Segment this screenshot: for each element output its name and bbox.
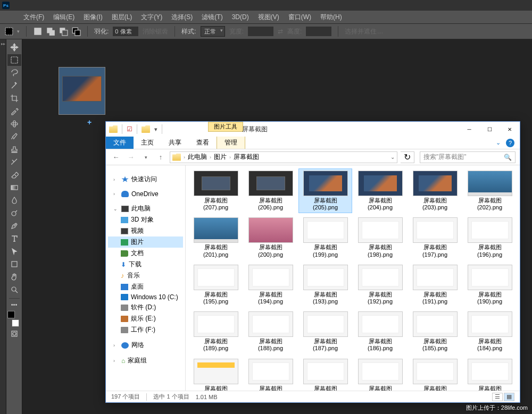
crumb-screenshots[interactable]: 屏幕截图 (234, 153, 259, 162)
lasso-tool[interactable] (7, 67, 21, 79)
file-item[interactable]: 屏幕截图 (193).png (298, 263, 352, 307)
address-dropdown-icon[interactable]: ⌄ (390, 154, 395, 160)
tree-onedrive[interactable]: ›OneDrive (108, 189, 183, 199)
ps-document-thumbnail[interactable] (59, 67, 105, 115)
menu-item[interactable]: 文字(Y) (137, 12, 167, 23)
file-item[interactable]: 屏幕截图 (189).png (189, 309, 243, 354)
tree-pictures[interactable]: 图片 (108, 236, 183, 248)
tree-documents[interactable]: 文档 (108, 248, 183, 259)
marquee-tool-icon[interactable] (4, 27, 14, 36)
selection-add-icon[interactable] (46, 27, 55, 36)
ribbon-manage-tab[interactable]: 管理 (217, 137, 245, 149)
gradient-tool[interactable] (7, 182, 21, 193)
ribbon-home-tab[interactable]: 主页 (134, 137, 161, 149)
path-select-tool[interactable] (7, 246, 21, 257)
file-item[interactable]: 屏幕截图 (179).png (408, 357, 462, 391)
heal-tool[interactable] (7, 118, 21, 130)
file-item[interactable]: 屏幕截图 (206).png (244, 168, 297, 213)
tree-3d[interactable]: 3D 对象 (108, 214, 183, 225)
file-item[interactable]: 屏幕截图 (182).png (244, 357, 297, 391)
file-item[interactable]: 屏幕截图 (191).png (408, 263, 462, 307)
selection-intersect-icon[interactable] (71, 27, 81, 36)
file-item[interactable]: 屏幕截图 (184).png (463, 309, 517, 354)
ps-panel-collapse[interactable]: ▸▸ (0, 39, 6, 414)
eraser-tool[interactable] (7, 169, 21, 181)
tree-drive-e[interactable]: 娱乐 (E:) (108, 313, 183, 324)
file-item[interactable]: 屏幕截图 (200).png (244, 215, 297, 260)
ribbon-share-tab[interactable]: 共享 (161, 137, 189, 149)
menu-item[interactable]: 3D(D) (228, 12, 253, 22)
menu-item[interactable]: 选择(S) (167, 12, 197, 23)
stamp-tool[interactable] (7, 143, 21, 155)
fg-color-icon[interactable] (7, 311, 15, 318)
folder-icon[interactable] (142, 125, 150, 133)
file-grid[interactable]: 屏幕截图 (207).png屏幕截图 (206).png屏幕截图 (205).p… (186, 165, 520, 391)
file-item[interactable]: 屏幕截图 (190).png (463, 263, 517, 307)
tree-videos[interactable]: 视频 (108, 225, 183, 236)
file-item[interactable]: 屏幕截图 (205).png (298, 168, 352, 213)
file-item[interactable]: 屏幕截图 (194).png (244, 263, 297, 307)
pen-tool[interactable] (7, 220, 21, 232)
tree-quick-access[interactable]: ›快速访问 (108, 174, 183, 185)
more-tools-icon[interactable]: ••• (11, 301, 18, 308)
history-dropdown[interactable]: ▾ (140, 151, 152, 163)
ribbon-file-tab[interactable]: 文件 (106, 137, 134, 149)
tree-downloads[interactable]: ⬇下载 (108, 259, 183, 270)
file-item[interactable]: 屏幕截图 (207).png (189, 168, 243, 213)
maximize-button[interactable]: ☐ (479, 122, 500, 137)
wand-tool[interactable] (7, 80, 21, 91)
menu-item[interactable]: 图像(I) (79, 12, 106, 23)
file-item[interactable]: 屏幕截图 (186).png (353, 309, 407, 354)
brush-tool[interactable] (7, 131, 21, 142)
marquee-tool[interactable] (7, 54, 21, 66)
tree-homegroup[interactable]: ›⌂家庭组 (108, 355, 183, 366)
file-item[interactable]: 屏幕截图 (202).png (463, 168, 517, 213)
menu-item[interactable]: 编辑(E) (49, 12, 79, 23)
shape-tool[interactable] (7, 258, 21, 270)
file-item[interactable]: 屏幕截图 (197).png (408, 215, 462, 260)
file-item[interactable]: 屏幕截图 (204).png (353, 168, 407, 213)
feather-input[interactable] (113, 27, 138, 36)
file-item[interactable]: 屏幕截图 (187).png (298, 309, 352, 354)
menu-item[interactable]: 视图(V) (254, 12, 284, 23)
file-item[interactable]: 屏幕截图 (195).png (189, 263, 243, 307)
selection-new-icon[interactable] (33, 27, 43, 36)
tree-drive-f[interactable]: 工作 (F:) (108, 324, 183, 335)
file-item[interactable]: 屏幕截图 (196).png (463, 215, 517, 260)
menu-item[interactable]: 图层(L) (107, 12, 137, 23)
crumb-pictures[interactable]: 图片 (214, 153, 227, 162)
tree-pc[interactable]: ⌄此电脑 (108, 203, 183, 214)
file-item[interactable]: 屏幕截图 (192).png (353, 263, 407, 307)
file-item[interactable]: 屏幕截图 (181).png (298, 357, 352, 391)
close-button[interactable]: ✕ (500, 122, 520, 137)
file-item[interactable]: 屏幕截图 (203).png (408, 168, 462, 213)
crumb-pc[interactable]: 此电脑 (188, 153, 207, 162)
menu-item[interactable]: 文件(F) (19, 12, 48, 23)
menu-item[interactable]: 窗口(W) (284, 12, 315, 23)
crop-tool[interactable] (7, 92, 21, 104)
hand-tool[interactable] (7, 271, 21, 283)
file-item[interactable]: 屏幕截图 (183).png (189, 357, 243, 391)
picture-tools-tab[interactable]: 图片工具 (208, 122, 243, 132)
file-item[interactable]: 屏幕截图 (198).png (353, 215, 407, 260)
file-item[interactable]: 屏幕截图 (188).png (244, 309, 297, 354)
blur-tool[interactable] (7, 195, 21, 206)
file-item[interactable]: 屏幕截图 (180).png (353, 357, 407, 391)
tree-network[interactable]: ›网络 (108, 340, 183, 351)
qat-checkbox-icon[interactable]: ☑ (127, 125, 132, 133)
search-icon[interactable]: 🔍 (504, 154, 512, 161)
back-button[interactable]: ← (110, 151, 122, 163)
ribbon-view-tab[interactable]: 查看 (189, 137, 217, 149)
type-tool[interactable] (7, 233, 21, 244)
chevron-down-icon[interactable]: ▾ (17, 29, 20, 34)
menu-item[interactable]: 帮助(H) (316, 12, 346, 23)
dodge-tool[interactable] (7, 207, 21, 219)
expand-ribbon-icon[interactable]: ⌄ (496, 139, 501, 146)
thumb-view-button[interactable]: ▦ (504, 393, 514, 401)
tree-desktop[interactable]: 桌面 (108, 281, 183, 292)
refresh-button[interactable]: ↻ (401, 151, 414, 163)
tree-drive-d[interactable]: 软件 (D:) (108, 302, 183, 313)
explorer-titlebar[interactable]: ☑ ▾ 图片工具 屏幕截图 ─ ☐ ✕ (106, 122, 520, 137)
tree-music[interactable]: ♪音乐 (108, 270, 183, 281)
minimize-button[interactable]: ─ (459, 122, 479, 137)
